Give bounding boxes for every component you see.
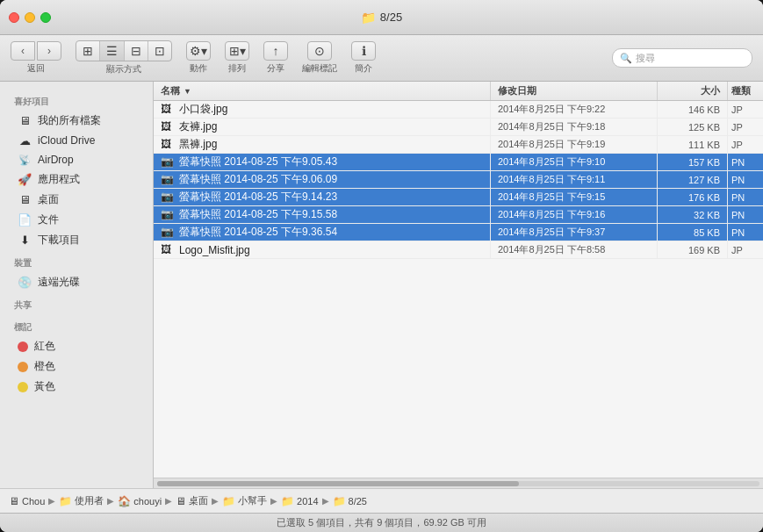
file-type: JP <box>728 136 763 153</box>
view-list-btn[interactable]: ☰ <box>100 41 125 61</box>
back-button[interactable]: ‹ <box>11 41 35 61</box>
col-size-header[interactable]: 大小 <box>658 82 728 100</box>
table-row[interactable]: 🖼 Logo_Misfit.jpg 2014年8月25日 下午8:58 169 … <box>154 241 763 259</box>
remote-disc-icon: 💿 <box>18 276 32 290</box>
bc-item-0[interactable]: 🖥 Chou <box>9 495 45 507</box>
action-group[interactable]: ⚙▾ 動作 <box>186 41 211 75</box>
search-box[interactable]: 🔍 搜尋 <box>612 48 752 68</box>
bc-label-1: 使用者 <box>75 494 104 507</box>
file-name: 螢幕快照 2014-08-25 下午9.05.43 <box>179 155 337 169</box>
file-name-cell: 🖼 友褲.jpg <box>154 119 491 135</box>
file-icon: 📷 <box>161 208 175 222</box>
minimize-button[interactable] <box>25 12 35 23</box>
bc-item-5[interactable]: 📁 2014 <box>281 495 318 507</box>
bc-item-4[interactable]: 📁 小幫手 <box>222 494 267 507</box>
file-size: 169 KB <box>658 241 728 258</box>
file-name: 螢幕快照 2014-08-25 下午9.06.09 <box>179 172 337 187</box>
share-group[interactable]: ↑ 分享 <box>263 41 288 75</box>
documents-icon: 📄 <box>18 213 32 227</box>
col-name-header[interactable]: 名稱 ▼ <box>154 82 491 100</box>
scrollbar-thumb[interactable] <box>157 481 519 486</box>
sort-group[interactable]: ⊞▾ 排列 <box>225 41 249 75</box>
file-icon: 🖼 <box>161 243 175 257</box>
table-row[interactable]: 📷 螢幕快照 2014-08-25 下午9.36.54 2014年8月25日 下… <box>154 224 763 241</box>
table-row[interactable]: 🖼 黑褲.jpg 2014年8月25日 下午9:19 111 KB JP <box>154 136 763 154</box>
yellow-label: 黃色 <box>34 379 55 394</box>
close-button[interactable] <box>9 12 19 23</box>
sidebar-item-airdrop[interactable]: 📡 AirDrop <box>4 150 149 169</box>
desktop-icon: 🖥 <box>18 193 32 207</box>
col-date-header[interactable]: 修改日期 <box>491 82 658 100</box>
orange-tag-dot <box>18 362 28 372</box>
col-type-header[interactable]: 種類 <box>728 82 763 100</box>
file-icon: 📷 <box>161 155 175 169</box>
file-date: 2014年8月25日 下午9:19 <box>491 136 658 153</box>
action-label: 動作 <box>190 62 207 75</box>
file-list-body: 🖼 小口袋.jpg 2014年8月25日 下午9:22 146 KB JP 🖼 … <box>154 101 763 478</box>
airdrop-icon: 📡 <box>18 153 32 167</box>
bc-label-5: 2014 <box>297 496 318 507</box>
bc-icon-4: 📁 <box>222 495 235 507</box>
bc-icon-2: 🏠 <box>118 495 131 507</box>
edit-tags-group[interactable]: ⊙ 編輯標記 <box>302 41 337 75</box>
bc-icon-3: 🖥 <box>176 495 186 507</box>
file-name: 螢幕快照 2014-08-25 下午9.14.23 <box>179 190 337 205</box>
edit-tags-icon: ⊙ <box>307 41 332 61</box>
file-name: 螢幕快照 2014-08-25 下午9.36.54 <box>179 225 337 240</box>
status-bar: 已選取 5 個項目，共有 9 個項目，69.92 GB 可用 <box>0 513 763 532</box>
maximize-button[interactable] <box>40 12 51 23</box>
table-row[interactable]: 🖼 小口袋.jpg 2014年8月25日 下午9:22 146 KB JP <box>154 101 763 119</box>
file-list-area: 名稱 ▼ 修改日期 大小 種類 🖼 小口袋.jpg 2014年8月25日 下 <box>154 82 763 488</box>
sidebar-item-icloud[interactable]: ☁ iCloud Drive <box>4 131 149 150</box>
title-folder-icon: 📁 <box>361 11 376 25</box>
file-date: 2014年8月25日 下午9:15 <box>491 189 658 205</box>
sidebar-item-remote-disc[interactable]: 💿 遠端光碟 <box>4 272 149 292</box>
view-icon-btn[interactable]: ⊞ <box>76 41 100 61</box>
downloads-label: 下載項目 <box>38 233 80 248</box>
devices-label: 裝置 <box>0 250 153 272</box>
table-row[interactable]: 📷 螢幕快照 2014-08-25 下午9.05.43 2014年8月25日 下… <box>154 154 763 171</box>
file-name: 友褲.jpg <box>179 119 217 134</box>
status-text: 已選取 5 個項目，共有 9 個項目，69.92 GB 可用 <box>277 516 486 529</box>
file-size: 146 KB <box>658 101 728 118</box>
file-date: 2014年8月25日 下午9:22 <box>491 101 658 118</box>
file-name: 黑褲.jpg <box>179 137 217 152</box>
sidebar-item-apps[interactable]: 🚀 應用程式 <box>4 169 149 190</box>
bc-sep-1: ▶ <box>107 496 114 506</box>
file-type: PN <box>728 189 763 205</box>
bc-icon-6: 📁 <box>333 495 346 507</box>
table-row[interactable]: 📷 螢幕快照 2014-08-25 下午9.14.23 2014年8月25日 下… <box>154 189 763 206</box>
sidebar-item-all-files[interactable]: 🖥 我的所有檔案 <box>4 111 149 131</box>
nav-group: ‹ › 返回 <box>11 41 61 75</box>
traffic-lights <box>9 12 51 23</box>
forward-button[interactable]: › <box>37 41 61 61</box>
view-column-btn[interactable]: ⊟ <box>125 41 148 61</box>
bc-item-3[interactable]: 🖥 桌面 <box>176 494 208 507</box>
file-size: 32 KB <box>658 206 728 223</box>
sidebar-item-red[interactable]: 紅色 <box>4 336 149 356</box>
file-type: PN <box>728 154 763 170</box>
sidebar-item-yellow[interactable]: 黃色 <box>4 377 149 397</box>
bc-item-1[interactable]: 📁 使用者 <box>59 494 104 507</box>
toolbar: ‹ › 返回 ⊞ ☰ ⊟ ⊡ 顯示方式 ⚙▾ 動作 ⊞▾ 排列 ↑ 分享 <box>0 35 763 82</box>
tags-label: 標記 <box>0 314 153 336</box>
file-size: 127 KB <box>658 171 728 188</box>
bc-item-6[interactable]: 📁 8/25 <box>333 495 367 507</box>
table-row[interactable]: 📷 螢幕快照 2014-08-25 下午9.06.09 2014年8月25日 下… <box>154 171 763 189</box>
view-coverflow-btn[interactable]: ⊡ <box>148 41 171 61</box>
sidebar-item-downloads[interactable]: ⬇ 下載項目 <box>4 230 149 250</box>
scrollbar-area <box>154 478 763 488</box>
sidebar-item-desktop[interactable]: 🖥 桌面 <box>4 190 149 210</box>
bc-item-2[interactable]: 🏠 chouyi <box>118 495 162 507</box>
airdrop-label: AirDrop <box>38 154 74 166</box>
info-group[interactable]: ℹ 簡介 <box>351 41 376 75</box>
table-row[interactable]: 📷 螢幕快照 2014-08-25 下午9.15.58 2014年8月25日 下… <box>154 206 763 224</box>
sidebar-item-orange[interactable]: 橙色 <box>4 356 149 377</box>
file-type: JP <box>728 119 763 135</box>
file-date: 2014年8月25日 下午9:11 <box>491 171 658 188</box>
sidebar-item-documents[interactable]: 📄 文件 <box>4 210 149 230</box>
all-files-label: 我的所有檔案 <box>38 113 101 128</box>
breadcrumb-bar: 🖥 Chou ▶ 📁 使用者 ▶ 🏠 chouyi ▶ 🖥 桌面 ▶ 📁 小幫手… <box>0 488 763 513</box>
table-row[interactable]: 🖼 友褲.jpg 2014年8月25日 下午9:18 125 KB JP <box>154 119 763 136</box>
bc-sep-5: ▶ <box>322 496 329 506</box>
